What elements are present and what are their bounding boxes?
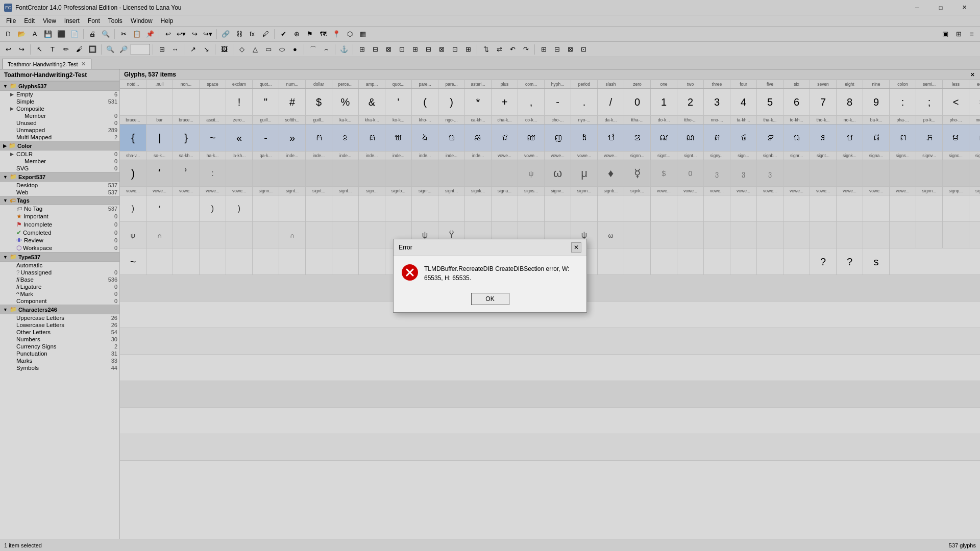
dialog-body: TLMDBuffer.RecreateDIB CreateDIBSection … — [394, 256, 586, 289]
dialog-message-text: TLMDBuffer.RecreateDIB CreateDIBSection … — [424, 264, 578, 283]
dialog-title-text: Error — [399, 244, 412, 251]
dialog-buttons: OK — [394, 289, 586, 312]
dialog-title-bar: Error ✕ — [394, 239, 586, 256]
error-icon — [402, 264, 418, 281]
dialog-ok-button[interactable]: OK — [471, 293, 509, 305]
dialog-overlay[interactable]: Error ✕ TLMDBuffer.RecreateDIB CreateDIB… — [0, 0, 980, 551]
dialog-close-button[interactable]: ✕ — [571, 242, 581, 253]
error-dialog: Error ✕ TLMDBuffer.RecreateDIB CreateDIB… — [393, 239, 587, 313]
